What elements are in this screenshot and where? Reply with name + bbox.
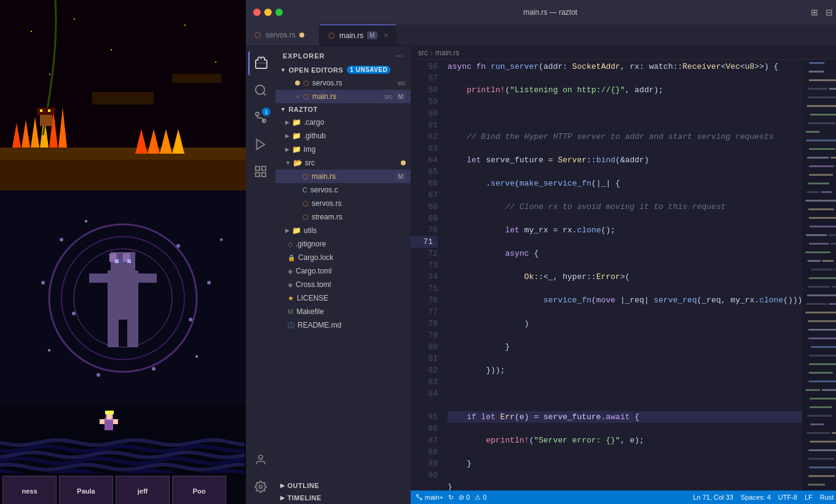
explorer-title: EXPLORER: [283, 52, 325, 60]
open-editors-section[interactable]: ▼ OPEN EDITORS 1 UNSAVED: [275, 63, 411, 76]
tab-main[interactable]: ⬡ main.rs M ✕: [320, 25, 396, 45]
license-icon: ★: [288, 294, 294, 302]
github-chevron: ▶: [285, 133, 290, 139]
rust-file-icon-main: ⬡: [303, 93, 309, 101]
breadcrumb-sep: ›: [430, 49, 433, 57]
readme-name: README.md: [298, 321, 406, 329]
activity-bar: 1: [246, 46, 275, 504]
raztot-label: RAZTOT: [288, 106, 317, 113]
folder-utils-icon: 📁: [292, 226, 301, 235]
file-cargo-lock[interactable]: 🔒 Cargo.lock: [275, 251, 411, 264]
split-icon[interactable]: ⊟: [826, 7, 833, 17]
activity-account[interactable]: [248, 447, 273, 472]
rust-icon-main: ⬡: [327, 31, 336, 40]
file-cross-toml[interactable]: ◈ Cross.toml: [275, 278, 411, 291]
open-editors-chevron: ▼: [280, 67, 286, 73]
servos-rs-name: servos.rs: [312, 199, 406, 208]
minimize-button[interactable]: [264, 9, 272, 16]
file-makefile[interactable]: M Makefile: [275, 305, 411, 318]
stream-rs-name: stream.rs: [312, 213, 406, 221]
file-stream-rs[interactable]: ⬡ stream.rs: [275, 210, 411, 224]
stream-rs-icon: ⬡: [302, 213, 309, 221]
svg-rect-7: [262, 167, 266, 170]
raztot-chevron: ▼: [280, 106, 286, 112]
close-button[interactable]: [253, 9, 261, 16]
status-left: main+ ↻ ⊘ 0 ⚠ 0: [416, 494, 487, 502]
activity-explorer[interactable]: [248, 51, 273, 76]
char-poo: Poo: [172, 476, 226, 504]
cargo-lock-icon: 🔒: [288, 254, 295, 261]
char-jeff: jeff: [116, 476, 170, 504]
line-ending[interactable]: LF: [805, 494, 813, 501]
activity-source-control[interactable]: 1: [248, 105, 273, 130]
indentation[interactable]: Spaces: 4: [741, 494, 771, 501]
file-readme[interactable]: ⓘ README.md: [275, 318, 411, 332]
game-panel: ness Paula jeff Poo: [0, 0, 246, 504]
activity-bottom: [248, 447, 273, 504]
activity-settings[interactable]: [248, 474, 273, 499]
tab-close-button[interactable]: ✕: [384, 32, 388, 39]
cargo-chevron: ▶: [285, 119, 290, 125]
tab-servos[interactable]: ⬡ servos.rs: [246, 25, 320, 45]
main-rs-badge: M: [396, 173, 406, 181]
errors-indicator[interactable]: ⊘ 0: [459, 494, 470, 502]
folder-cargo[interactable]: ▶ 📁 .cargo: [275, 116, 411, 129]
svg-rect-0: [256, 63, 267, 63]
main-content: 1 EXPLORER ···: [246, 46, 836, 504]
activity-search[interactable]: [248, 78, 273, 103]
file-servos-rs[interactable]: ⬡ servos.rs: [275, 197, 411, 210]
open-editor-main[interactable]: ✕ ⬡ main.rs src M: [275, 90, 411, 103]
folder-src[interactable]: ▼ 📂 src: [275, 156, 411, 170]
svg-point-1: [256, 85, 265, 95]
tab-servos-name: servos.rs: [266, 31, 296, 39]
layout-icon[interactable]: ⊞: [811, 7, 818, 17]
folder-img[interactable]: ▶ 📁 img: [275, 143, 411, 156]
warnings-indicator[interactable]: ⚠ 0: [475, 494, 486, 502]
game-bottom-scene: ness Paula jeff Poo: [0, 406, 246, 504]
main-rs-icon: ⬡: [302, 173, 309, 181]
outline-section[interactable]: ▶ OUTLINE: [275, 479, 411, 492]
breadcrumb-main-rs: main.rs: [435, 49, 459, 57]
timeline-section[interactable]: ▶ TIMELINE: [275, 492, 411, 504]
folder-utils-name: utils: [304, 226, 317, 235]
file-cargo-toml[interactable]: ◈ Cargo.toml: [275, 264, 411, 278]
outline-chevron: ▶: [280, 482, 285, 489]
git-branch[interactable]: main+: [416, 494, 443, 501]
folder-github[interactable]: ▶ 📁 .github: [275, 129, 411, 143]
folder-cargo-icon: 📁: [292, 118, 301, 127]
folder-utils[interactable]: ▶ 📁 utils: [275, 224, 411, 237]
open-editors-badge: 1 UNSAVED: [347, 66, 390, 74]
status-bar: main+ ↻ ⊘ 0 ⚠ 0 Ln 71, Col 33 Spaces: 4 …: [411, 490, 836, 504]
raztot-section[interactable]: ▼ RAZTOT: [275, 103, 411, 116]
sync-button[interactable]: ↻: [448, 494, 454, 502]
open-editor-main-name: main.rs: [312, 92, 381, 101]
file-main-rs[interactable]: ⬡ main.rs M: [275, 170, 411, 183]
file-servos-c[interactable]: C servos.c: [275, 183, 411, 197]
code-content[interactable]: async fn run_server(addr: SocketAddr, rx…: [443, 60, 802, 490]
encoding[interactable]: UTF-8: [778, 494, 797, 501]
code-editor[interactable]: 5657585960 6162636465 6667686970 71 7273…: [411, 60, 836, 490]
title-actions: ⊞ ⊟ ···: [811, 7, 836, 17]
cursor-position[interactable]: Ln 71, Col 33: [693, 494, 733, 501]
svg-rect-9: [256, 173, 259, 176]
open-editor-servos-path: src: [398, 80, 406, 87]
timeline-chevron: ▶: [280, 495, 285, 501]
svg-line-2: [263, 93, 266, 95]
line-numbers: 5657585960 6162636465 6667686970 71 7273…: [411, 60, 443, 490]
activity-extensions[interactable]: [248, 159, 273, 184]
language-mode[interactable]: Rust: [820, 494, 834, 501]
makefile-icon: M: [288, 308, 293, 315]
close-editor-icon[interactable]: ✕: [295, 93, 300, 100]
tab-main-name: main.rs: [339, 31, 363, 40]
char-paula: Paula: [59, 476, 113, 504]
activity-debug[interactable]: [248, 132, 273, 157]
file-gitignore[interactable]: ◇ .gitignore: [275, 237, 411, 251]
folder-github-icon: 📁: [292, 132, 301, 140]
svg-point-4: [256, 112, 259, 116]
open-editor-servos[interactable]: ⬡ servos.rs src: [275, 76, 411, 90]
sidebar-more-icon[interactable]: ···: [396, 52, 403, 60]
svg-rect-8: [262, 173, 266, 176]
maximize-button[interactable]: [275, 9, 283, 16]
open-editor-main-badge: M: [396, 93, 406, 101]
file-license[interactable]: ★ LICENSE: [275, 291, 411, 305]
